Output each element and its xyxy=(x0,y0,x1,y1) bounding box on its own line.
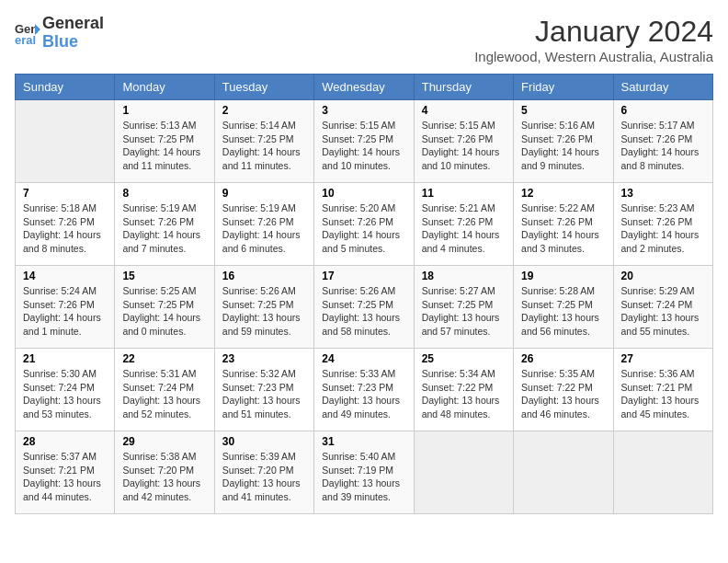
logo: Gen eral General Blue xyxy=(15,15,104,52)
day-number: 26 xyxy=(521,352,605,365)
calendar-cell: 6Sunrise: 5:17 AM Sunset: 7:26 PM Daylig… xyxy=(613,100,712,183)
day-number: 3 xyxy=(322,104,405,117)
calendar-cell: 23Sunrise: 5:32 AM Sunset: 7:23 PM Dayli… xyxy=(214,349,313,431)
week-row-4: 28Sunrise: 5:37 AM Sunset: 7:21 PM Dayli… xyxy=(16,431,713,514)
calendar-cell: 19Sunrise: 5:28 AM Sunset: 7:25 PM Dayli… xyxy=(514,266,613,349)
calendar-cell: 17Sunrise: 5:26 AM Sunset: 7:25 PM Dayli… xyxy=(314,266,414,349)
calendar-cell xyxy=(16,100,115,183)
day-number: 2 xyxy=(222,104,306,117)
calendar-cell: 31Sunrise: 5:40 AM Sunset: 7:19 PM Dayli… xyxy=(314,431,414,514)
day-info: Sunrise: 5:40 AM Sunset: 7:19 PM Dayligh… xyxy=(322,450,405,504)
day-number: 28 xyxy=(23,435,107,448)
calendar-cell: 22Sunrise: 5:31 AM Sunset: 7:24 PM Dayli… xyxy=(115,349,214,431)
day-number: 23 xyxy=(222,352,306,365)
header-saturday: Saturday xyxy=(613,75,712,100)
calendar-cell: 4Sunrise: 5:15 AM Sunset: 7:26 PM Daylig… xyxy=(414,100,513,183)
day-info: Sunrise: 5:32 AM Sunset: 7:23 PM Dayligh… xyxy=(222,367,306,421)
calendar-cell: 16Sunrise: 5:26 AM Sunset: 7:25 PM Dayli… xyxy=(214,266,313,349)
header-row: SundayMondayTuesdayWednesdayThursdayFrid… xyxy=(16,75,713,100)
day-number: 4 xyxy=(422,104,506,117)
calendar-cell: 18Sunrise: 5:27 AM Sunset: 7:25 PM Dayli… xyxy=(414,266,513,349)
header-friday: Friday xyxy=(514,75,613,100)
calendar-cell: 21Sunrise: 5:30 AM Sunset: 7:24 PM Dayli… xyxy=(16,349,115,431)
page-header: Gen eral General Blue January 2024 Ingle… xyxy=(15,15,713,64)
calendar-cell: 8Sunrise: 5:19 AM Sunset: 7:26 PM Daylig… xyxy=(115,183,214,266)
header-wednesday: Wednesday xyxy=(314,75,414,100)
calendar-table: SundayMondayTuesdayWednesdayThursdayFrid… xyxy=(15,74,713,514)
day-info: Sunrise: 5:19 AM Sunset: 7:26 PM Dayligh… xyxy=(122,201,206,256)
day-number: 29 xyxy=(122,435,206,448)
calendar-cell: 30Sunrise: 5:39 AM Sunset: 7:20 PM Dayli… xyxy=(214,431,313,514)
day-number: 18 xyxy=(422,270,506,282)
calendar-body: 1Sunrise: 5:13 AM Sunset: 7:25 PM Daylig… xyxy=(16,100,713,514)
day-number: 5 xyxy=(521,104,605,117)
calendar-cell: 24Sunrise: 5:33 AM Sunset: 7:23 PM Dayli… xyxy=(314,349,414,431)
day-number: 14 xyxy=(23,270,107,282)
day-number: 12 xyxy=(521,187,605,200)
day-number: 20 xyxy=(621,270,705,282)
calendar-cell: 12Sunrise: 5:22 AM Sunset: 7:26 PM Dayli… xyxy=(514,183,613,266)
calendar-cell: 10Sunrise: 5:20 AM Sunset: 7:26 PM Dayli… xyxy=(314,183,414,266)
month-title: January 2024 xyxy=(474,15,713,49)
week-row-2: 14Sunrise: 5:24 AM Sunset: 7:26 PM Dayli… xyxy=(16,266,713,349)
header-tuesday: Tuesday xyxy=(214,75,313,100)
day-info: Sunrise: 5:22 AM Sunset: 7:26 PM Dayligh… xyxy=(521,201,605,256)
day-info: Sunrise: 5:38 AM Sunset: 7:20 PM Dayligh… xyxy=(122,450,206,504)
day-number: 27 xyxy=(621,352,705,365)
day-info: Sunrise: 5:35 AM Sunset: 7:22 PM Dayligh… xyxy=(521,367,605,421)
day-number: 11 xyxy=(422,187,506,200)
day-info: Sunrise: 5:13 AM Sunset: 7:25 PM Dayligh… xyxy=(122,119,206,173)
day-info: Sunrise: 5:16 AM Sunset: 7:26 PM Dayligh… xyxy=(521,119,605,173)
day-info: Sunrise: 5:26 AM Sunset: 7:25 PM Dayligh… xyxy=(222,284,306,339)
calendar-cell: 27Sunrise: 5:36 AM Sunset: 7:21 PM Dayli… xyxy=(613,349,712,431)
logo-icon: Gen eral xyxy=(15,20,40,46)
day-info: Sunrise: 5:17 AM Sunset: 7:26 PM Dayligh… xyxy=(621,119,705,173)
day-number: 13 xyxy=(621,187,705,200)
location: Inglewood, Western Australia, Australia xyxy=(474,49,713,64)
calendar-cell: 26Sunrise: 5:35 AM Sunset: 7:22 PM Dayli… xyxy=(514,349,613,431)
day-number: 25 xyxy=(422,352,506,365)
calendar-cell: 5Sunrise: 5:16 AM Sunset: 7:26 PM Daylig… xyxy=(514,100,613,183)
calendar-cell: 3Sunrise: 5:15 AM Sunset: 7:25 PM Daylig… xyxy=(314,100,414,183)
calendar-cell: 13Sunrise: 5:23 AM Sunset: 7:26 PM Dayli… xyxy=(613,183,712,266)
day-info: Sunrise: 5:21 AM Sunset: 7:26 PM Dayligh… xyxy=(422,201,506,256)
day-number: 30 xyxy=(222,435,306,448)
calendar-header: SundayMondayTuesdayWednesdayThursdayFrid… xyxy=(16,75,713,100)
day-info: Sunrise: 5:24 AM Sunset: 7:26 PM Dayligh… xyxy=(23,284,107,339)
calendar-cell xyxy=(613,431,712,514)
calendar-cell: 25Sunrise: 5:34 AM Sunset: 7:22 PM Dayli… xyxy=(414,349,513,431)
calendar-cell: 14Sunrise: 5:24 AM Sunset: 7:26 PM Dayli… xyxy=(16,266,115,349)
header-thursday: Thursday xyxy=(414,75,513,100)
calendar-cell: 15Sunrise: 5:25 AM Sunset: 7:25 PM Dayli… xyxy=(115,266,214,349)
day-info: Sunrise: 5:15 AM Sunset: 7:26 PM Dayligh… xyxy=(422,119,506,173)
day-info: Sunrise: 5:39 AM Sunset: 7:20 PM Dayligh… xyxy=(222,450,306,504)
day-info: Sunrise: 5:28 AM Sunset: 7:25 PM Dayligh… xyxy=(521,284,605,339)
day-info: Sunrise: 5:29 AM Sunset: 7:24 PM Dayligh… xyxy=(621,284,705,339)
day-number: 9 xyxy=(222,187,306,200)
day-info: Sunrise: 5:18 AM Sunset: 7:26 PM Dayligh… xyxy=(23,201,107,256)
day-info: Sunrise: 5:37 AM Sunset: 7:21 PM Dayligh… xyxy=(23,450,107,504)
logo-line1: General xyxy=(42,15,104,33)
day-number: 31 xyxy=(322,435,405,448)
day-info: Sunrise: 5:14 AM Sunset: 7:25 PM Dayligh… xyxy=(222,119,306,173)
day-info: Sunrise: 5:33 AM Sunset: 7:23 PM Dayligh… xyxy=(322,367,405,421)
week-row-1: 7Sunrise: 5:18 AM Sunset: 7:26 PM Daylig… xyxy=(16,183,713,266)
calendar-cell: 9Sunrise: 5:19 AM Sunset: 7:26 PM Daylig… xyxy=(214,183,313,266)
day-number: 19 xyxy=(521,270,605,282)
day-info: Sunrise: 5:19 AM Sunset: 7:26 PM Dayligh… xyxy=(222,201,306,256)
day-info: Sunrise: 5:36 AM Sunset: 7:21 PM Dayligh… xyxy=(621,367,705,421)
day-number: 21 xyxy=(23,352,107,365)
calendar-cell: 2Sunrise: 5:14 AM Sunset: 7:25 PM Daylig… xyxy=(214,100,313,183)
day-number: 6 xyxy=(621,104,705,117)
logo-line2: Blue xyxy=(42,33,104,52)
day-info: Sunrise: 5:25 AM Sunset: 7:25 PM Dayligh… xyxy=(122,284,206,339)
header-sunday: Sunday xyxy=(16,75,115,100)
calendar-cell: 1Sunrise: 5:13 AM Sunset: 7:25 PM Daylig… xyxy=(115,100,214,183)
week-row-0: 1Sunrise: 5:13 AM Sunset: 7:25 PM Daylig… xyxy=(16,100,713,183)
day-number: 10 xyxy=(322,187,405,200)
day-number: 15 xyxy=(122,270,206,282)
header-monday: Monday xyxy=(115,75,214,100)
calendar-cell: 28Sunrise: 5:37 AM Sunset: 7:21 PM Dayli… xyxy=(16,431,115,514)
day-number: 1 xyxy=(122,104,206,117)
day-info: Sunrise: 5:31 AM Sunset: 7:24 PM Dayligh… xyxy=(122,367,206,421)
